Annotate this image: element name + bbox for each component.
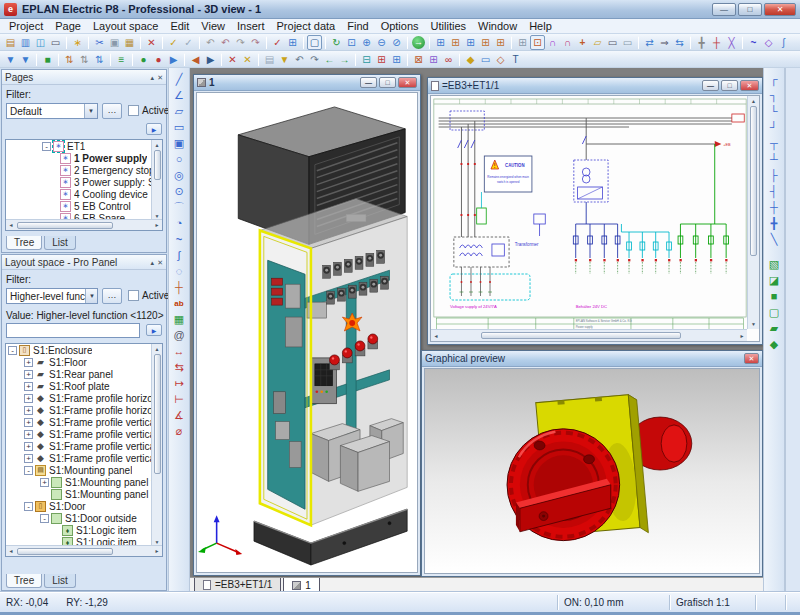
scroll-right-icon[interactable]: ► xyxy=(152,546,162,556)
curve-tool-icon[interactable]: ʃ xyxy=(171,247,188,263)
preview-canvas[interactable] xyxy=(424,368,760,574)
insert-busbar-icon[interactable]: ⊞ xyxy=(493,35,508,50)
3d-window-titlebar[interactable]: 1 — □ ✕ xyxy=(194,75,420,91)
chevron-down-icon[interactable]: ▼ xyxy=(84,104,97,118)
dimension-tool-icon[interactable]: ↔ xyxy=(171,343,188,359)
move-handle-icon[interactable]: ┼ xyxy=(709,35,724,50)
pages-tree-h-scrollbar[interactable]: ◄ ► xyxy=(6,219,162,230)
grid-icon[interactable]: ⊞ xyxy=(515,35,530,50)
resize-grip[interactable] xyxy=(786,595,800,610)
refresh-icon[interactable]: ↻ xyxy=(329,35,344,50)
arc-tool-icon[interactable]: ⌒ xyxy=(171,199,188,215)
input-box-icon[interactable]: ▭ xyxy=(620,35,635,50)
panel-close-icon[interactable]: ✕ xyxy=(157,258,163,267)
tab-tree[interactable]: Tree xyxy=(6,236,42,250)
construction-line-tool-icon[interactable]: ◌ xyxy=(171,263,188,279)
page-back-icon[interactable]: ← xyxy=(322,52,337,67)
node-frame-vertical-right-2[interactable]: + ◆ S1:Frame profile vertical right xyxy=(6,452,162,464)
interruption-point-icon[interactable]: ◆ xyxy=(463,52,478,67)
pages-tree[interactable]: - ∗ ET1 ∗ 1 Power supply ∗ 2 Emergency s xyxy=(5,139,163,231)
node-s1-rear-panel[interactable]: + ▰ S1:Rear panel xyxy=(6,368,162,380)
menu-window[interactable]: Window xyxy=(472,19,523,34)
snap-object-icon[interactable]: ∩ xyxy=(545,35,560,50)
node-frame-horizontal-co[interactable]: + ◆ S1:Frame profile horizontal co xyxy=(6,404,162,416)
rectangle-tool-icon[interactable]: ▭ xyxy=(171,119,188,135)
step-back-icon[interactable]: ↶ xyxy=(292,52,307,67)
menu-insert[interactable]: Insert xyxy=(231,19,271,34)
3d-canvas[interactable] xyxy=(196,92,418,573)
rotate-handle-icon[interactable]: ╳ xyxy=(724,35,739,50)
junction-icon[interactable]: ╋ xyxy=(766,215,783,231)
navigator-parts-icon[interactable]: ⊞ xyxy=(389,52,404,67)
redo-icon[interactable]: ↷ xyxy=(233,35,248,50)
layout-active-checkbox[interactable] xyxy=(128,290,139,301)
edit-plc-icon[interactable]: ⊞ xyxy=(426,52,441,67)
jump-to-icon[interactable]: ▶ xyxy=(166,52,181,67)
tab-list[interactable]: List xyxy=(44,574,76,588)
symbol-insert-icon[interactable]: ◇ xyxy=(493,52,508,67)
base-point-icon[interactable]: ▱ xyxy=(590,35,605,50)
node-s1-mounting-panel[interactable]: - ▤ S1:Mounting panel xyxy=(6,464,162,476)
layout-filter-combo[interactable]: Higher-level func ▼ xyxy=(6,288,98,304)
menu-view[interactable]: View xyxy=(195,19,231,34)
scroll-thumb[interactable] xyxy=(154,150,161,180)
settings-icon[interactable]: ∗ xyxy=(70,35,85,50)
paste-properties-icon[interactable]: ▼ xyxy=(277,52,292,67)
pages-filter-browse-button[interactable]: … xyxy=(102,103,122,119)
insert-terminal-icon[interactable]: ⊞ xyxy=(433,35,448,50)
delete-placement-icon[interactable]: ✕ xyxy=(225,52,240,67)
tee-down-icon[interactable]: ┬ xyxy=(766,135,783,151)
scroll-down-icon[interactable]: ▼ xyxy=(749,319,759,329)
menu-project-data[interactable]: Project data xyxy=(271,19,342,34)
diagonal-connection-icon[interactable]: ╲ xyxy=(766,231,783,247)
layout-panel-header[interactable]: Layout space - Pro Panel ▴ ✕ xyxy=(2,255,166,270)
goto-counterpart-icon[interactable]: ◀ xyxy=(188,52,203,67)
undo-icon[interactable]: ↶ xyxy=(203,35,218,50)
chevron-down-icon[interactable]: ▼ xyxy=(85,289,98,303)
zoom-previous-icon[interactable]: ⊘ xyxy=(389,35,404,50)
scroll-thumb[interactable] xyxy=(750,106,757,256)
node-s1-door[interactable]: - ▯ S1:Door xyxy=(6,500,162,512)
connection-update-icon[interactable]: ⇒ xyxy=(657,35,672,50)
scroll-up-icon[interactable]: ▲ xyxy=(152,140,162,150)
undo-list-icon[interactable]: ↶ xyxy=(218,35,233,50)
pages-active-checkbox[interactable] xyxy=(128,105,139,116)
tree-node-eb-control[interactable]: ∗ 5 EB Control xyxy=(6,200,162,212)
minimize-button[interactable]: — xyxy=(360,77,377,88)
cube-flat-view-icon[interactable]: ◆ xyxy=(766,336,783,352)
baseline-dimension-tool-icon[interactable]: ⊢ xyxy=(171,391,188,407)
menu-help[interactable]: Help xyxy=(523,19,558,34)
scroll-thumb[interactable] xyxy=(154,354,161,474)
layout-tree-h-scrollbar[interactable]: ◄ ► xyxy=(6,545,162,556)
verify-icon[interactable]: ✓ xyxy=(270,35,285,50)
zoom-in-icon[interactable]: ⊕ xyxy=(359,35,374,50)
import-project-icon[interactable]: ◫ xyxy=(33,35,48,50)
tree-node-power-supply[interactable]: ∗ 1 Power supply xyxy=(6,152,162,164)
scroll-right-icon[interactable]: ► xyxy=(737,331,747,341)
text-tool-icon[interactable]: ab xyxy=(171,295,188,311)
connection-symbols-icon[interactable]: ⇄ xyxy=(642,35,657,50)
page-forward-icon[interactable]: → xyxy=(337,52,352,67)
tree-node-cooling-device[interactable]: ∗ 4 Cooling device xyxy=(6,188,162,200)
node-frame-vertical-left-fr[interactable]: + ◆ S1:Frame profile vertical left fr xyxy=(6,416,162,428)
plugin-icon[interactable]: ■ xyxy=(40,52,55,67)
connection-generate-icon[interactable]: ⇆ xyxy=(672,35,687,50)
layout-apply-filter-button[interactable]: ▶ xyxy=(146,324,162,336)
tab-tree[interactable]: Tree xyxy=(6,574,42,588)
scroll-left-icon[interactable]: ◄ xyxy=(6,546,16,556)
zoom-window-icon[interactable]: ⊡ xyxy=(344,35,359,50)
text-insert-icon[interactable]: T xyxy=(508,52,523,67)
image-tool-icon[interactable]: ▦ xyxy=(171,311,188,327)
scroll-left-icon[interactable]: ◄ xyxy=(431,331,441,341)
menu-project[interactable]: Project xyxy=(3,19,49,34)
copy-icon[interactable]: ▣ xyxy=(107,35,122,50)
update-current-icon[interactable]: ✓ xyxy=(166,35,181,50)
sort-filter-icon[interactable]: ⇅ xyxy=(92,52,107,67)
corner-top-right-icon[interactable]: ┐ xyxy=(766,87,783,103)
status-ok-icon[interactable]: ● xyxy=(136,52,151,67)
sort-alpha-icon[interactable]: ⇅ xyxy=(62,52,77,67)
open-project-icon[interactable]: ▥ xyxy=(18,35,33,50)
node-s1-enclosure[interactable]: - ▯ S1:Enclosure xyxy=(6,344,162,356)
workspace-icon[interactable]: ▢ xyxy=(307,35,322,50)
corner-top-left-icon[interactable]: ┌ xyxy=(766,71,783,87)
